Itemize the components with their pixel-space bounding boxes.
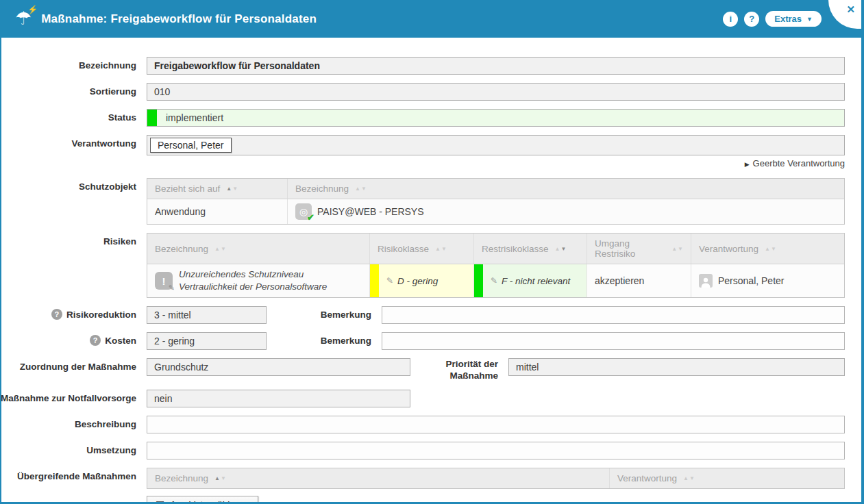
zuordnung-field[interactable]: Grundschutz (147, 358, 410, 376)
kosten-row: ? Kosten 2 - gering Bemerkung (1, 332, 845, 350)
pencil-icon: ✎ (491, 276, 497, 286)
sort-desc-icon: ▼ (221, 246, 226, 252)
status-color-block (147, 110, 157, 126)
verantwortung-field[interactable]: Personal, Peter (147, 135, 845, 155)
restrisikoklasse-color-block (474, 264, 483, 297)
verantwortung-chip[interactable]: Personal, Peter (150, 138, 232, 153)
app-window: ☂⚡ Maßnahme: Freigabeworkflow für Person… (0, 0, 864, 504)
choose-from-list-row: ▤ Aus Liste wählen… (1, 496, 845, 504)
risk-verantwortung-value: Personal, Peter (718, 275, 785, 286)
status-field[interactable]: implementiert (147, 109, 845, 127)
title-bar: ☂⚡ Maßnahme: Freigabeworkflow für Person… (1, 0, 861, 38)
kosten-field[interactable]: 2 - gering (147, 332, 267, 350)
list-icon: ▤ (156, 499, 164, 504)
sort-desc-icon: ▼ (361, 186, 367, 192)
close-icon[interactable]: ✕ (846, 3, 855, 16)
status-row: Status implementiert (1, 109, 845, 127)
schutzobjekt-col-bezeichnung[interactable]: Bezeichnung ▲▼ (288, 179, 844, 199)
choose-from-list-label: Aus Liste wählen… (170, 499, 249, 504)
page-title: Maßnahme: Freigabeworkflow für Personald… (41, 12, 317, 26)
umbrella-lightning-icon: ☂⚡ (15, 10, 32, 28)
sort-icons[interactable]: ▲▼ (671, 246, 683, 252)
risk-name[interactable]: Unzureichendes Schutzniveau Vertraulichk… (179, 268, 362, 293)
sort-asc-icon: ▲ (683, 475, 689, 481)
sort-icons[interactable]: ▲▼ (765, 246, 776, 252)
sort-asc-icon: ▲ (765, 246, 770, 252)
risikoreduktion-row: ? Risikoreduktion 3 - mittel Bemerkung (1, 306, 845, 324)
prioritaet-field[interactable]: mittel (508, 358, 845, 376)
form-content: Bezeichnung Freigabeworkflow für Persona… (1, 38, 861, 504)
risikoreduktion-bemerkung-field[interactable] (382, 306, 845, 324)
risikoklasse-cell[interactable]: ✎ D - gering (370, 264, 474, 297)
sort-desc-icon: ▼ (560, 246, 566, 252)
sort-desc-icon: ▼ (441, 246, 447, 252)
extras-button[interactable]: Extras ▼ (765, 11, 822, 27)
col-label: Verantwortung (699, 244, 758, 254)
bezeichnung-field[interactable]: Freigabeworkflow für Personaldaten (147, 57, 845, 75)
sort-icons[interactable]: ▲▼ (214, 475, 226, 481)
umgang-cell: akzeptieren (587, 264, 691, 297)
sort-desc-icon: ▼ (689, 475, 695, 481)
sort-icons[interactable]: ▲▼ (226, 186, 238, 192)
umsetzung-field[interactable] (147, 442, 845, 459)
risiken-col-restrisikoklasse[interactable]: Restrisikoklasse ▲▼ (474, 234, 587, 264)
sort-desc-icon: ▼ (232, 186, 238, 192)
help-circle-icon[interactable]: ? (51, 309, 62, 320)
geerbte-verantwortung-link[interactable]: ▶Geerbte Verantwortung (147, 158, 845, 168)
prioritaet-value: mittel (516, 362, 539, 373)
help-icon[interactable]: ? (744, 12, 759, 27)
sort-desc-icon: ▼ (678, 246, 683, 252)
beschreibung-field[interactable] (147, 416, 845, 433)
schutzobjekt-col-bezieht[interactable]: Bezieht sich auf ▲▼ (147, 179, 288, 199)
zuordnung-row: Zuordnung der Maßnahme Grundschutz Prior… (1, 358, 845, 381)
sort-icons[interactable]: ▲▼ (214, 246, 226, 252)
sort-asc-icon: ▲ (226, 186, 232, 192)
uebergreifende-col-bezeichnung[interactable]: Bezeichnung ▲▼ (147, 468, 610, 488)
kosten-label: Kosten (105, 336, 136, 346)
sort-icons[interactable]: ▲▼ (555, 246, 567, 252)
kosten-bemerkung-label: Bemerkung (267, 332, 382, 346)
risiken-table-row[interactable]: ! ✎ Unzureichendes Schutzniveau Vertraul… (147, 264, 844, 297)
verantwortung-row: Verantwortung Personal, Peter (1, 135, 845, 155)
warning-glyph: ! (162, 275, 166, 287)
choose-from-list-button[interactable]: ▤ Aus Liste wählen… (147, 496, 258, 504)
geerbte-verantwortung-text: Geerbte Verantwortung (753, 158, 845, 168)
help-circle-icon[interactable]: ? (90, 335, 101, 346)
sort-asc-icon: ▲ (671, 246, 677, 252)
bezeichnung-row: Bezeichnung Freigabeworkflow für Persona… (1, 57, 845, 75)
risiken-col-verantwortung[interactable]: Verantwortung ▲▼ (691, 234, 844, 264)
risk-icon: ! ✎ (155, 272, 173, 290)
sort-icons[interactable]: ▲▼ (355, 186, 367, 192)
schutzobjekt-name[interactable]: PAISY@WEB - PERSYS (317, 206, 424, 217)
notfallvorsorge-field[interactable]: nein (147, 390, 410, 407)
sortierung-field[interactable]: 010 (147, 83, 845, 101)
kosten-bemerkung-field[interactable] (382, 332, 845, 350)
uebergreifende-table-header: Bezeichnung ▲▼ Verantwortung ▲▼ (147, 468, 844, 488)
risk-name-cell: ! ✎ Unzureichendes Schutzniveau Vertraul… (147, 264, 370, 297)
uebergreifende-row: Übergreifende Maßnahmen Bezeichnung ▲▼ V… (1, 468, 845, 489)
schutzobjekt-label: Schutzobjekt (1, 178, 147, 192)
sortierung-value: 010 (154, 86, 170, 97)
risikoklasse-value: D - gering (397, 276, 438, 286)
restrisikoklasse-value: F - nicht relevant (502, 276, 570, 286)
risiken-table-header: Bezeichnung ▲▼ Risikoklasse ▲▼ Restrisik… (147, 234, 844, 264)
sort-icons[interactable]: ▲▼ (683, 475, 695, 481)
info-icon[interactable]: i (723, 12, 738, 27)
sort-desc-icon: ▼ (771, 246, 776, 252)
spacer (1, 496, 147, 499)
schutzobjekt-table-row[interactable]: Anwendung ◎ ✔ PAISY@WEB - PERSYS (147, 199, 844, 224)
risiken-col-risikoklasse[interactable]: Risikoklasse ▲▼ (370, 234, 474, 264)
restrisikoklasse-cell[interactable]: ✎ F - nicht relevant (474, 264, 587, 297)
schutzobjekt-name-cell: ◎ ✔ PAISY@WEB - PERSYS (288, 199, 844, 224)
sort-icons[interactable]: ▲▼ (435, 246, 447, 252)
uebergreifende-col-verantwortung[interactable]: Verantwortung ▲▼ (610, 468, 844, 488)
risiken-col-umgang[interactable]: Umgang Restrisiko ▲▼ (587, 234, 691, 264)
risikoreduktion-bemerkung-label: Bemerkung (267, 306, 382, 320)
check-icon: ✔ (307, 212, 314, 223)
sort-asc-icon: ▲ (435, 246, 441, 252)
col-label: Bezieht sich auf (155, 184, 220, 194)
geerbte-verantwortung-row: ▶Geerbte Verantwortung (1, 158, 845, 168)
risiken-col-bezeichnung[interactable]: Bezeichnung ▲▼ (147, 234, 370, 264)
risiken-label: Risiken (1, 233, 147, 247)
risikoreduktion-field[interactable]: 3 - mittel (147, 306, 267, 324)
